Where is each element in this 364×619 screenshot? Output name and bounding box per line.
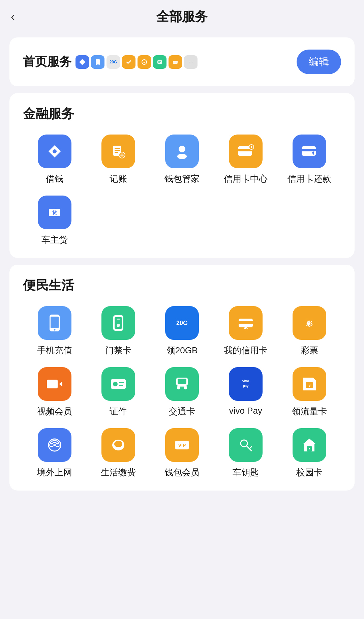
campus-card-label: 校园卡 [296,467,323,478]
svg-text:vivo: vivo [242,379,249,383]
life-services-grid: 手机充值 门禁卡 20G 领20GB [23,306,341,478]
lottery-icon: 彩 [293,306,326,340]
service-access-card[interactable]: 门禁卡 [87,306,150,356]
service-jieqian[interactable]: 借钱 [23,135,87,185]
vivopay-label: vivo Pay [229,406,262,416]
service-vivopay[interactable]: vivo pay vivo Pay [214,367,277,417]
sim-card-icon: ∨ [293,367,326,401]
jieqian-label: 借钱 [46,173,63,185]
service-phone-recharge[interactable]: 手机充值 [23,306,87,356]
video-member-icon [38,367,71,401]
mini-icon-orange3 [169,55,182,69]
svg-line-67 [249,447,251,449]
svg-point-45 [113,382,118,386]
20gb-label: 领20GB [166,345,198,356]
access-card-label: 门禁卡 [105,345,131,356]
transit-card-icon [165,367,199,401]
svg-text:∨: ∨ [308,384,310,387]
credit-repay-icon [293,135,326,168]
svg-rect-27 [302,149,316,151]
service-wallet-manager[interactable]: 钱包管家 [150,135,214,185]
wallet-vip-icon: VIP [165,428,199,462]
access-card-icon [101,306,135,340]
svg-text:返: 返 [243,325,248,330]
svg-point-35 [117,324,120,327]
car-loan-label: 车主贷 [41,234,68,246]
campus-card-icon [293,428,326,462]
mini-icon-dots: ··· [184,55,198,69]
back-button[interactable]: ‹ [11,10,15,24]
my-credit-label: 我的信用卡 [224,345,268,356]
svg-rect-31 [51,317,59,328]
service-lottery[interactable]: 彩 彩票 [277,306,341,356]
id-card-icon [101,367,135,401]
wallet-vip-label: 钱包会员 [164,467,200,478]
svg-rect-42 [47,380,58,388]
car-loan-icon: 贷 [38,196,71,229]
service-life-payment[interactable]: 生活缴费 [87,428,150,478]
svg-point-19 [179,146,185,152]
homepage-services-card: 首页服务 20G P [9,37,355,86]
svg-rect-36 [117,319,120,320]
service-overseas-net[interactable]: 境外上网 [23,428,87,478]
jizhang-icon [101,135,135,168]
svg-text:P: P [143,61,145,64]
service-credit-repay[interactable]: 信用卡还款 [277,135,341,185]
svg-text:20G: 20G [176,320,188,326]
service-campus-card[interactable]: 校园卡 [277,428,341,478]
life-services-card: 便民生活 手机充值 门禁卡 [9,265,355,491]
20gb-icon: 20G [165,306,199,340]
mini-icon-diamond [75,55,89,69]
mini-icon-orange2: P [138,55,151,69]
homepage-services-title: 首页服务 [23,54,71,70]
service-id-card[interactable]: 证件 [87,367,150,417]
svg-rect-39 [239,321,253,324]
service-car-loan[interactable]: 贷 车主贷 [23,196,87,246]
service-jizhang[interactable]: 记账 [87,135,150,185]
service-transit-card[interactable]: 交通卡 [150,367,214,417]
overseas-net-label: 境外上网 [37,467,72,478]
svg-point-70 [309,448,310,449]
life-payment-icon [101,428,135,462]
mini-icon-phone [91,55,104,69]
homepage-left: 首页服务 20G P [23,54,297,70]
car-key-label: 车钥匙 [233,467,259,478]
service-credit-center[interactable]: 信用卡中心 [214,135,277,185]
service-20gb[interactable]: 20G 领20GB [150,306,214,356]
lottery-label: 彩票 [301,345,318,356]
svg-rect-5 [157,60,162,64]
video-member-label: 视频会员 [37,406,72,417]
service-car-key[interactable]: 车钥匙 [214,428,277,478]
wallet-manager-label: 钱包管家 [164,173,200,185]
life-section-title: 便民生活 [23,277,341,294]
page-title: 全部服务 [156,8,208,25]
svg-text:VIP: VIP [178,443,186,448]
mini-icon-check [122,55,135,69]
service-video-member[interactable]: 视频会员 [23,367,87,417]
svg-rect-50 [178,379,186,384]
my-credit-icon: 返 [229,306,263,340]
service-wallet-vip[interactable]: VIP 钱包会员 [150,428,214,478]
svg-point-60 [54,445,56,446]
overseas-net-icon [38,428,71,462]
svg-point-62 [114,441,122,447]
wallet-manager-icon [165,135,199,168]
svg-line-66 [246,446,251,451]
homepage-icon-row: 20G P ··· [75,55,198,69]
mini-icon-20g: 20G [107,55,120,69]
svg-text:pay: pay [243,384,249,388]
finance-services-grid: 借钱 记账 [23,135,341,246]
phone-recharge-icon [38,306,71,340]
edit-button[interactable]: 编辑 [297,50,341,74]
service-my-credit[interactable]: 返 我的信用卡 [214,306,277,356]
vivopay-icon: vivo pay [229,367,263,401]
service-sim-card[interactable]: ∨ 领流量卡 [277,367,341,417]
svg-marker-0 [79,59,85,65]
svg-point-32 [54,329,56,331]
life-payment-label: 生活缴费 [101,467,136,478]
svg-rect-53 [177,386,187,387]
jizhang-label: 记账 [110,173,127,185]
car-key-icon [229,428,263,462]
credit-repay-label: 信用卡还款 [287,173,331,185]
mini-icon-green [153,55,166,69]
